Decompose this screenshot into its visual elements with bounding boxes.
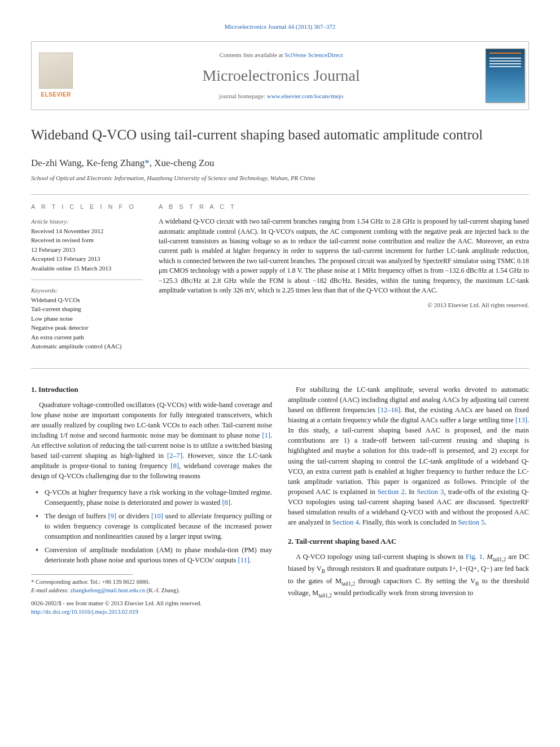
journal-cover-image <box>485 49 525 103</box>
doi-link[interactable]: http://dx.doi.org/10.1016/j.mejo.2013.02… <box>31 609 138 615</box>
section-2-heading: 2. Tail-current shaping based AAC <box>288 536 529 547</box>
keyword: Negative peak detector <box>31 323 143 333</box>
article-info-header: A R T I C L E I N F O <box>31 203 143 211</box>
section-link[interactable]: Section 3 <box>417 488 444 496</box>
author-email-link[interactable]: zhangkefeng@mail.hust.edu.cn <box>71 587 145 593</box>
keyword: Automatic amplitude control (AAC) <box>31 342 143 351</box>
keyword: An extra current path <box>31 333 143 342</box>
section-1-heading: 1. Introduction <box>31 385 272 395</box>
bullet-item: Conversion of amplitude modulation (AM) … <box>39 545 272 565</box>
history-line: 12 February 2013 <box>31 245 143 255</box>
history-line: Available online 15 March 2013 <box>31 264 143 273</box>
footnotes: * Corresponding author. Tel.: +86 139 86… <box>31 578 272 595</box>
affiliation: School of Optical and Electronic Informa… <box>31 174 529 182</box>
body-paragraph: Quadrature voltage-controlled oscillator… <box>31 400 272 482</box>
journal-cover <box>482 42 528 110</box>
keyword: Tail-current shaping <box>31 304 143 314</box>
body-paragraph: For stabilizing the LC-tank amplitude, s… <box>288 385 529 528</box>
citation-link[interactable]: [8] <box>222 499 230 506</box>
corresponding-marker-link[interactable]: * <box>145 158 150 168</box>
citation-link[interactable]: [13] <box>515 416 527 424</box>
article-info-sidebar: A R T I C L E I N F O Article history: R… <box>31 203 143 358</box>
history-label: Article history: <box>31 217 143 226</box>
running-head-link[interactable]: Microelectronics Journal 44 (2013) 367–3… <box>225 23 336 30</box>
contents-available-line: Contents lists available at SciVerse Sci… <box>220 51 343 59</box>
bullet-item: Q-VCOs at higher frequency have a risk w… <box>39 487 272 508</box>
author-list: De-zhi Wang, Ke-feng Zhang*, Xue-cheng Z… <box>31 156 529 170</box>
citation-link[interactable]: [9] <box>108 512 117 520</box>
keywords-label: Keywords: <box>31 286 143 295</box>
figure-link[interactable]: Fig. 1 <box>466 553 483 561</box>
abstract-copyright: © 2013 Elsevier Ltd. All rights reserved… <box>159 301 529 309</box>
corresponding-author-note: * Corresponding author. Tel.: +86 139 86… <box>31 578 272 587</box>
section-link[interactable]: Section 5 <box>458 518 485 526</box>
citation-link[interactable]: [2–7] <box>167 452 182 460</box>
history-line: Accepted 13 February 2013 <box>31 254 143 264</box>
issn-line: 0026-2692/$ - see front matter © 2013 El… <box>31 600 272 608</box>
citation-link[interactable]: [8] <box>170 462 179 470</box>
article-body: 1. Introduction Quadrature voltage-contr… <box>31 385 529 616</box>
doi-block: 0026-2692/$ - see front matter © 2013 El… <box>31 600 272 616</box>
elsevier-tree-icon <box>39 53 73 89</box>
history-line: Received 14 November 2012 <box>31 226 143 236</box>
keyword: Low phase noise <box>31 314 143 324</box>
journal-homepage-line: journal homepage: www.elsevier.com/locat… <box>219 92 343 101</box>
email-line: E-mail address: zhangkefeng@mail.hust.ed… <box>31 587 272 595</box>
body-paragraph: A Q-VCO topology using tail-current shap… <box>288 552 529 599</box>
section-link[interactable]: Section 4 <box>333 518 359 526</box>
footnote-rule <box>31 574 133 575</box>
bullet-list: Q-VCOs at higher frequency have a risk w… <box>31 487 272 566</box>
abstract-block: A B S T R A C T A wideband Q-VCO circuit… <box>159 203 529 358</box>
history-line: Received in revised form <box>31 235 143 245</box>
citation-link[interactable]: [1] <box>262 431 270 439</box>
running-head: Microelectronics Journal 44 (2013) 367–3… <box>31 23 529 31</box>
citation-link[interactable]: [10] <box>151 512 163 520</box>
abstract-text: A wideband Q-VCO circuit with two tail-c… <box>159 217 529 295</box>
sciencedirect-link[interactable]: SciVerse ScienceDirect <box>285 51 343 58</box>
publisher-logo: ELSEVIER <box>32 42 80 110</box>
bullet-item: The design of buffers [9] or dividers [1… <box>39 511 272 541</box>
citation-link[interactable]: [12–16] <box>378 406 401 414</box>
journal-name: Microelectronics Journal <box>202 64 360 86</box>
keyword: Wideband Q-VCOs <box>31 295 143 305</box>
journal-header: ELSEVIER Contents lists available at Sci… <box>31 41 529 110</box>
section-link[interactable]: Section 2 <box>378 488 405 496</box>
citation-link[interactable]: [11] <box>238 556 249 564</box>
abstract-header: A B S T R A C T <box>159 203 529 211</box>
doi-line: http://dx.doi.org/10.1016/j.mejo.2013.02… <box>31 608 272 617</box>
article-title: Wideband Q-VCO using tail-current shapin… <box>31 126 529 143</box>
publisher-name: ELSEVIER <box>41 91 71 99</box>
journal-homepage-link[interactable]: www.elsevier.com/locate/mejo <box>267 93 344 99</box>
